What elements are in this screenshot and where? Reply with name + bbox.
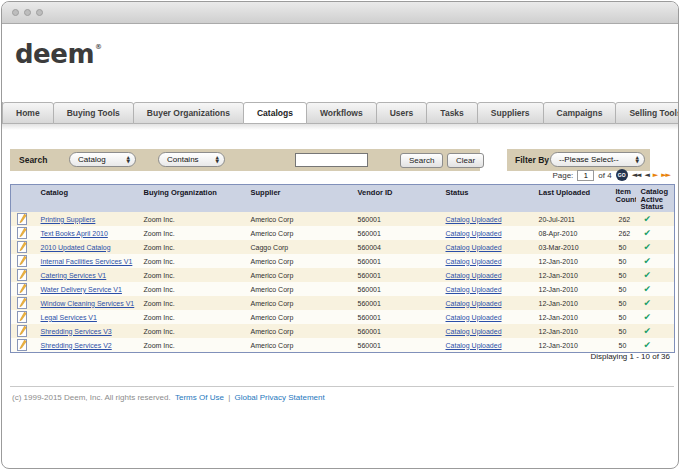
- item-count-value: 50: [619, 258, 627, 265]
- search-operator-select[interactable]: Contains ▲▼: [158, 152, 225, 167]
- supplier-value: Americo Corp: [251, 272, 294, 279]
- tab-selling-tools[interactable]: Selling Tools: [615, 102, 679, 124]
- search-button[interactable]: Search: [400, 153, 443, 168]
- status-link[interactable]: Catalog Uploaded: [446, 300, 502, 307]
- catalogs-table: CatalogBuying OrganizationSupplierVendor…: [10, 184, 675, 353]
- buying-organization-value: Zoom Inc.: [144, 342, 175, 349]
- status-link[interactable]: Catalog Uploaded: [446, 342, 502, 349]
- column-header-catalog: Catalog: [33, 185, 136, 213]
- vendor-id-value: 560001: [358, 230, 381, 237]
- browser-window: deem® HomeBuying ToolsBuyer Organization…: [1, 1, 679, 469]
- previous-page-icon[interactable]: ◄: [644, 171, 648, 179]
- column-header-catalog-active-status: Catalog Active Status: [636, 185, 675, 213]
- filter-select[interactable]: --Please Select-- ▲▼: [550, 152, 645, 167]
- window-control-dot[interactable]: [24, 9, 31, 16]
- buying-organization-value: Zoom Inc.: [144, 258, 175, 265]
- catalog-link[interactable]: Window Cleaning Services V1: [41, 300, 135, 307]
- catalog-link[interactable]: Legal Services V1: [41, 314, 97, 321]
- tab-workflows[interactable]: Workflows: [306, 102, 377, 124]
- privacy-statement-link[interactable]: Global Privacy Statement: [234, 393, 324, 402]
- column-header-item-count: Item Count: [611, 185, 636, 213]
- edit-catalog-icon[interactable]: [17, 275, 27, 282]
- catalog-link[interactable]: Internal Facilities Services V1: [41, 258, 133, 265]
- next-page-icon[interactable]: ►: [653, 171, 657, 179]
- catalog-link[interactable]: Catering Services V1: [41, 272, 107, 279]
- window-control-dot[interactable]: [12, 9, 19, 16]
- terms-of-use-link[interactable]: Terms Of Use: [175, 393, 224, 402]
- buying-organization-value: Zoom Inc.: [144, 230, 175, 237]
- catalog-link[interactable]: Shredding Services V2: [41, 342, 112, 349]
- status-link[interactable]: Catalog Uploaded: [446, 230, 502, 237]
- edit-catalog-icon[interactable]: [17, 247, 27, 254]
- copyright-text: (c) 1999-2015 Deem, Inc. All rights rese…: [12, 393, 171, 402]
- catalog-link[interactable]: Text Books April 2010: [41, 230, 108, 237]
- column-header-status: Status: [438, 185, 531, 213]
- tab-buying-tools[interactable]: Buying Tools: [53, 102, 134, 124]
- status-link[interactable]: Catalog Uploaded: [446, 272, 502, 279]
- tab-home[interactable]: Home: [2, 102, 54, 124]
- search-field-select[interactable]: Catalog ▲▼: [69, 152, 136, 167]
- active-check-icon: ✔: [644, 228, 652, 238]
- search-field-select-value: Catalog: [78, 155, 106, 164]
- edit-catalog-icon[interactable]: [17, 233, 27, 240]
- page-number-input[interactable]: [577, 170, 594, 181]
- first-page-icon[interactable]: ◄◄: [632, 171, 641, 179]
- tab-buyer-organizations[interactable]: Buyer Organizations: [133, 102, 244, 124]
- last-page-icon[interactable]: ►►: [661, 171, 670, 179]
- vendor-id-value: 560001: [358, 342, 381, 349]
- item-count-value: 50: [619, 272, 627, 279]
- vendor-id-value: 560001: [358, 300, 381, 307]
- clear-button[interactable]: Clear: [447, 153, 484, 168]
- item-count-value: 50: [619, 328, 627, 335]
- vendor-id-value: 560001: [358, 286, 381, 293]
- status-link[interactable]: Catalog Uploaded: [446, 244, 502, 251]
- search-input[interactable]: [295, 153, 368, 167]
- item-count-value: 262: [619, 230, 631, 237]
- edit-catalog-icon[interactable]: [17, 261, 27, 268]
- select-stepper-icon: ▲▼: [636, 156, 639, 163]
- status-link[interactable]: Catalog Uploaded: [446, 314, 502, 321]
- select-stepper-icon: ▲▼: [216, 156, 219, 163]
- buying-organization-value: Zoom Inc.: [144, 272, 175, 279]
- edit-catalog-icon[interactable]: [17, 345, 27, 352]
- catalog-link[interactable]: Shredding Services V3: [41, 328, 112, 335]
- tab-tasks[interactable]: Tasks: [426, 102, 477, 124]
- edit-catalog-icon[interactable]: [17, 303, 27, 310]
- buying-organization-value: Zoom Inc.: [144, 244, 175, 251]
- vendor-id-value: 560001: [358, 258, 381, 265]
- supplier-value: Americo Corp: [251, 314, 294, 321]
- catalog-link[interactable]: 2010 Updated Catalog: [41, 244, 111, 251]
- active-check-icon: ✔: [644, 298, 652, 308]
- edit-catalog-icon[interactable]: [17, 289, 27, 296]
- item-count-value: 50: [619, 314, 627, 321]
- status-link[interactable]: Catalog Uploaded: [446, 328, 502, 335]
- active-check-icon: ✔: [644, 284, 652, 294]
- edit-catalog-icon[interactable]: [17, 331, 27, 338]
- catalog-link[interactable]: Printing Suppliers: [41, 216, 96, 223]
- table-header-row: CatalogBuying OrganizationSupplierVendor…: [11, 185, 675, 213]
- table-row: Text Books April 2010Zoom Inc.Americo Co…: [11, 226, 675, 240]
- buying-organization-value: Zoom Inc.: [144, 328, 175, 335]
- status-link[interactable]: Catalog Uploaded: [446, 216, 502, 223]
- tab-catalogs[interactable]: Catalogs: [243, 102, 307, 124]
- edit-catalog-icon[interactable]: [17, 317, 27, 324]
- edit-catalog-icon[interactable]: [17, 219, 27, 226]
- footer-separator: |: [228, 393, 230, 402]
- table-row: Printing SuppliersZoom Inc.Americo Corp5…: [11, 212, 675, 226]
- catalog-link[interactable]: Water Delivery Service V1: [41, 286, 122, 293]
- tab-users[interactable]: Users: [376, 102, 428, 124]
- status-link[interactable]: Catalog Uploaded: [446, 258, 502, 265]
- displaying-count: Displaying 1 - 10 of 36: [590, 352, 670, 361]
- column-header-vendor-id: Vendor ID: [350, 185, 438, 213]
- page-label: Page:: [552, 171, 573, 180]
- supplier-value: Americo Corp: [251, 300, 294, 307]
- status-link[interactable]: Catalog Uploaded: [446, 286, 502, 293]
- go-button[interactable]: GO: [616, 169, 628, 181]
- item-count-value: 262: [619, 216, 631, 223]
- window-control-dot[interactable]: [36, 9, 43, 16]
- tab-campaigns[interactable]: Campaigns: [543, 102, 617, 124]
- tab-suppliers[interactable]: Suppliers: [477, 102, 544, 124]
- supplier-value: Americo Corp: [251, 286, 294, 293]
- last-uploaded-value: 20-Jul-2011: [539, 216, 575, 223]
- active-check-icon: ✔: [644, 214, 652, 224]
